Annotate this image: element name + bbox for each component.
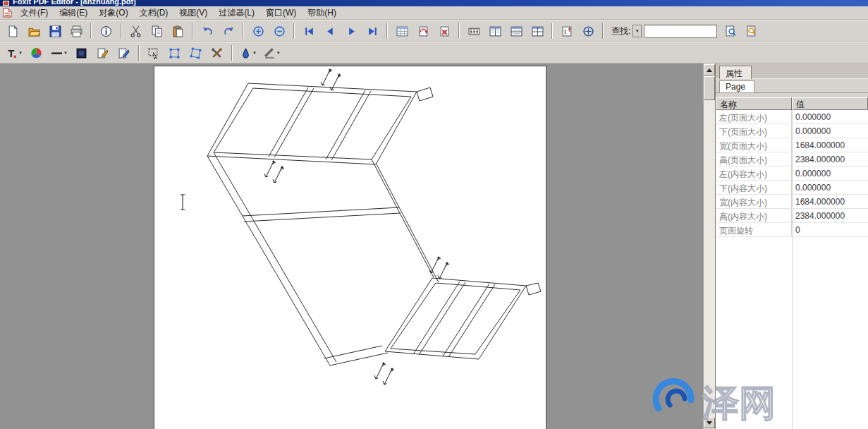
chevron-down-icon: ▼ bbox=[276, 51, 281, 55]
menu-edit[interactable]: 编辑(E) bbox=[54, 6, 93, 20]
window-title: Foxit PDF Editor - [anzhuang.pdf] bbox=[13, 0, 136, 6]
last-page-button[interactable] bbox=[363, 22, 381, 40]
find-input[interactable] bbox=[644, 25, 717, 38]
property-value[interactable]: 0.000000 bbox=[792, 167, 868, 180]
split-view-button[interactable] bbox=[486, 22, 504, 40]
tab-page[interactable]: Page bbox=[719, 80, 754, 92]
toolbar-separator bbox=[243, 23, 244, 39]
edit-page-button[interactable] bbox=[115, 44, 133, 62]
color-wheel-icon bbox=[30, 47, 42, 59]
import-page-button[interactable] bbox=[414, 22, 432, 40]
cut-icon bbox=[130, 25, 142, 37]
scroll-up-button[interactable] bbox=[704, 64, 715, 75]
document-canvas-area[interactable] bbox=[0, 64, 703, 429]
menu-file[interactable]: 文件(F) bbox=[15, 6, 54, 20]
find-in-page-icon bbox=[725, 25, 737, 37]
target-button[interactable] bbox=[579, 22, 597, 40]
save-button[interactable] bbox=[46, 22, 64, 40]
info-icon bbox=[100, 25, 112, 37]
text-extract-button[interactable]: t bbox=[558, 22, 576, 40]
cut-button[interactable] bbox=[126, 22, 145, 40]
property-value[interactable]: 1684.000000 bbox=[792, 195, 868, 208]
tile-horizontal-button[interactable] bbox=[507, 22, 525, 40]
chevron-down-icon: ▼ bbox=[635, 29, 640, 33]
scroll-down-button[interactable] bbox=[704, 417, 715, 428]
undo-button[interactable] bbox=[198, 22, 216, 40]
zoom-in-button[interactable] bbox=[249, 22, 267, 40]
find-dropdown-button[interactable]: ▼ bbox=[632, 25, 642, 37]
property-name: 左(页面大小) bbox=[716, 110, 792, 123]
stroke-color-icon bbox=[240, 47, 252, 59]
last-page-icon bbox=[367, 25, 379, 37]
find-next-page-icon bbox=[746, 25, 758, 37]
chevron-down-icon: ▼ bbox=[252, 51, 257, 55]
panel-title-row: 属性 bbox=[716, 64, 868, 79]
prev-page-button[interactable] bbox=[321, 22, 339, 40]
paste-button[interactable] bbox=[169, 22, 187, 40]
app-icon bbox=[3, 1, 9, 6]
marquee-select-button[interactable] bbox=[145, 44, 163, 62]
print-button[interactable] bbox=[67, 22, 85, 40]
property-value[interactable]: 0 bbox=[792, 223, 868, 236]
panel-tab-row: Page bbox=[716, 79, 868, 93]
find-in-page-button[interactable] bbox=[721, 22, 740, 40]
line-tool-button[interactable]: ▼ bbox=[49, 44, 70, 62]
pdf-page[interactable] bbox=[154, 66, 546, 429]
edit-object-button[interactable] bbox=[94, 44, 112, 62]
prev-page-icon bbox=[324, 25, 336, 37]
arrow-up-icon bbox=[707, 68, 712, 72]
toolbar-separator bbox=[293, 23, 295, 39]
tile-horizontal-icon bbox=[511, 25, 522, 37]
copy-button[interactable] bbox=[147, 22, 166, 40]
property-name: 下(内容大小) bbox=[716, 181, 792, 194]
fill-color-button[interactable] bbox=[73, 44, 91, 62]
menu-window[interactable]: 窗口(W) bbox=[260, 6, 302, 20]
text-tool-button[interactable]: T▼ bbox=[4, 44, 25, 62]
line-tool-icon bbox=[51, 47, 63, 59]
toolbar-separator bbox=[192, 23, 193, 39]
property-value[interactable]: 2384.000000 bbox=[792, 209, 868, 222]
toolbar-separator bbox=[120, 23, 121, 39]
menu-help[interactable]: 帮助(H) bbox=[302, 6, 342, 20]
find-next-page-button[interactable] bbox=[742, 22, 761, 40]
hex-view-button[interactable] bbox=[465, 22, 483, 40]
property-value[interactable]: 0.000000 bbox=[792, 124, 868, 138]
scrollbar-thumb[interactable] bbox=[704, 76, 715, 100]
first-page-icon bbox=[303, 25, 315, 37]
tile-vertical-button[interactable] bbox=[528, 22, 546, 40]
redo-icon bbox=[223, 25, 235, 37]
tools-toolbar: T▼ ▼ ▼ ▼ bbox=[0, 42, 868, 64]
column-divider bbox=[792, 110, 793, 429]
tools-button[interactable] bbox=[208, 44, 226, 62]
next-page-button[interactable] bbox=[342, 22, 360, 40]
menu-document[interactable]: 文档(D) bbox=[134, 6, 174, 20]
transform-button[interactable] bbox=[166, 44, 184, 62]
redo-button[interactable] bbox=[219, 22, 238, 40]
print-icon bbox=[71, 25, 82, 37]
open-button[interactable] bbox=[25, 22, 43, 40]
document-icon bbox=[3, 8, 12, 18]
menu-filter[interactable]: 过滤器(L) bbox=[213, 6, 260, 20]
delete-page-button[interactable] bbox=[435, 22, 453, 40]
property-name: 高(页面大小) bbox=[716, 152, 792, 166]
distort-button[interactable] bbox=[187, 44, 205, 62]
color-wheel-button[interactable] bbox=[27, 44, 46, 62]
menu-object[interactable]: 对象(O) bbox=[93, 6, 133, 20]
info-button[interactable] bbox=[97, 22, 115, 40]
zoom-in-icon bbox=[252, 25, 264, 37]
vertical-scrollbar[interactable] bbox=[703, 64, 715, 429]
text-tool-icon: T bbox=[6, 47, 18, 59]
property-value[interactable]: 0.000000 bbox=[792, 110, 868, 123]
property-name: 宽(内容大小) bbox=[716, 195, 792, 208]
property-value[interactable]: 2384.000000 bbox=[792, 152, 868, 166]
fill-style-button[interactable]: ▼ bbox=[262, 44, 283, 62]
zoom-out-button[interactable] bbox=[270, 22, 288, 40]
new-document-button[interactable] bbox=[4, 22, 22, 40]
page-grid-button[interactable] bbox=[393, 22, 411, 40]
menu-view[interactable]: 视图(V) bbox=[173, 6, 213, 20]
property-value[interactable]: 0.000000 bbox=[792, 181, 868, 194]
first-page-button[interactable] bbox=[300, 22, 318, 40]
stroke-color-button[interactable]: ▼ bbox=[238, 44, 259, 62]
property-value[interactable]: 1684.000000 bbox=[792, 138, 868, 152]
copy-icon bbox=[151, 25, 163, 37]
